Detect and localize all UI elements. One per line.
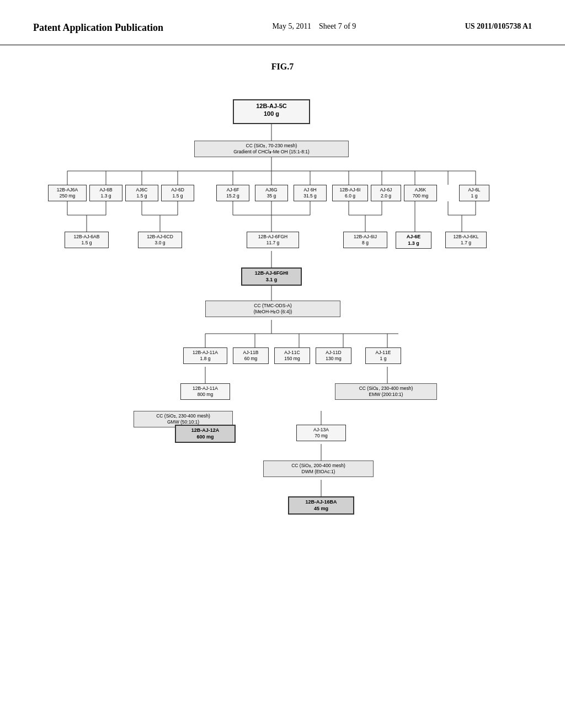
box-aj6l: AJ-6L1 g [459,185,489,201]
box-aj6k: AJ6K700 mg [404,185,437,201]
box-aj6fghi: 12B-AJ-6FGHI3.1 g [241,267,302,286]
box-aj6ij: 12B-AJ-6IJ8 g [343,232,387,248]
connector-lines [34,83,531,662]
box-process4: CC (SiO₂, 230-400 mesh)EMW (200:10:1) [335,383,437,400]
box-aj11e: AJ-11E1 g [365,347,401,364]
publication-date-sheet: May 5, 2011 Sheet 7 of 9 [272,22,356,31]
box-aj6fgh: 12B-AJ-6FGH11.7 g [247,232,299,248]
diagram-container: 12B-AJ-5C100 g CC (SiO₂, 70-230 mesh)Gra… [34,83,531,662]
box-aj11a-sub: 12B-AJ-11A800 mg [180,383,230,400]
figure-title: FIG.7 [0,62,565,72]
publication-title: Patent Application Publication [33,22,163,34]
box-aj6a: 12B-AJ6A250 mg [48,185,87,201]
box-aj6f: AJ-6F15.2 g [216,185,249,201]
box-aj13a: AJ-13A70 mg [296,425,346,441]
box-aj6g: AJ6G35 g [255,185,288,201]
box-aj6i: 12B-AJ-6I6.0 g [332,185,368,201]
box-aj6e: AJ-6E1.3 g [396,232,431,249]
box-root: 12B-AJ-5C100 g [233,99,310,124]
box-aj6cd: 12B-AJ-6CD3.0 g [138,232,182,248]
box-process5: CC (SiO₂, 200-400 mesh)DWM (EtOAc:1) [263,461,374,477]
box-aj6j: AJ-6J2.0 g [371,185,401,201]
box-aj6b: AJ-6B1.3 g [89,185,122,201]
box-aj12a: 12B-AJ-12A600 mg [175,425,236,443]
box-aj16ba: 12B-AJ-16BA45 mg [288,496,354,515]
box-aj6d: AJ-6D1.5 g [161,185,194,201]
box-process2: CC (TMC-ODS-A)(MeOH-H₂O (6:4)) [205,301,340,317]
box-process1: CC (SiO₂, 70-230 mesh)Gradient of CHCl₃-… [194,141,349,157]
box-aj11b: AJ-11B60 mg [233,347,269,364]
box-aj6ab: 12B-AJ-6AB1.5 g [65,232,109,248]
box-aj11c: AJ-11C150 mg [274,347,310,364]
box-aj11a: 12B-AJ-11A1.8 g [183,347,227,364]
page-header: Patent Application Publication May 5, 20… [0,0,565,45]
box-aj6h: AJ 6H31.5 g [294,185,327,201]
publication-number: US 2011/0105738 A1 [465,22,532,31]
box-aj6kl: 12B-AJ-6KL1.7 g [445,232,487,248]
box-aj6c: AJ6C1.5 g [125,185,158,201]
box-aj11d: AJ-11D130 mg [316,347,351,364]
